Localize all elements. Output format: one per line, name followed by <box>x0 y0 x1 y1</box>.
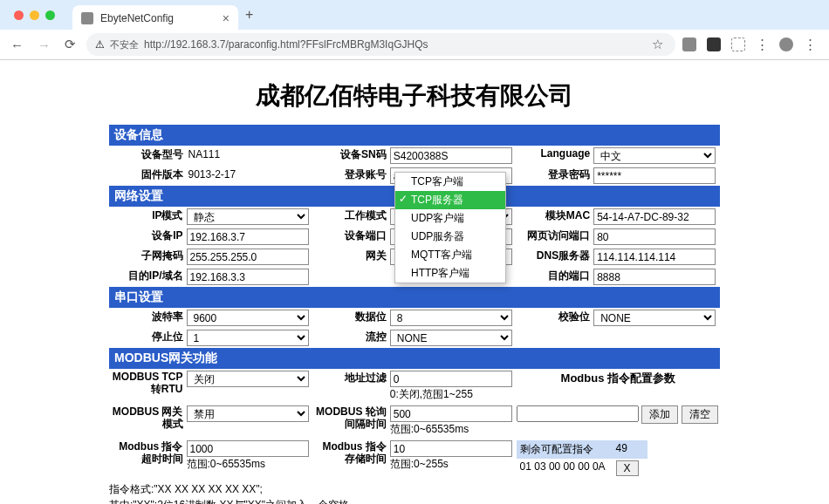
address-bar: ← → ⟳ ⚠ 不安全 http://192.168.3.7/paraconfi… <box>0 30 829 59</box>
delete-cmd-button[interactable]: X <box>616 460 639 476</box>
select-stop-bits[interactable]: 1 <box>187 330 309 346</box>
label-web-port: 网页访问端口 <box>517 227 594 247</box>
clear-button[interactable]: 清空 <box>682 405 718 424</box>
input-login-pwd[interactable] <box>593 167 716 184</box>
close-window-icon[interactable] <box>14 10 24 20</box>
label-ip-mode: IP模式 <box>109 207 187 227</box>
extension-icon[interactable] <box>707 37 721 51</box>
input-target-port[interactable] <box>593 269 716 285</box>
label-modbus-tcp-rtu: MODBUS TCP转RTU <box>109 369 187 404</box>
label-login-pwd: 登录密码 <box>517 166 594 186</box>
input-target-ip[interactable] <box>187 269 309 285</box>
extension-icon[interactable] <box>682 37 696 51</box>
label-target-port: 目的端口 <box>517 267 594 287</box>
add-button[interactable]: 添加 <box>641 405 678 424</box>
input-sn[interactable] <box>390 147 512 164</box>
input-modbus-poll[interactable] <box>390 405 512 422</box>
work-mode-dropdown[interactable]: TCP客户端 TCP服务器 UDP客户端 UDP服务器 MQTT客户端 HTTP… <box>394 172 506 283</box>
section-serial: 串口设置 <box>109 287 720 308</box>
label-modbus-store: Modbus 指令存储时间 <box>312 439 390 480</box>
select-language[interactable]: 中文 <box>593 147 716 164</box>
select-modbus-gw-mode[interactable]: 禁用 <box>187 405 309 422</box>
label-language: Language <box>517 146 594 166</box>
company-title: 成都亿佰特电子科技有限公司 <box>0 79 829 112</box>
menu-icon[interactable]: ⋮ <box>756 37 769 52</box>
input-device-ip[interactable] <box>187 228 309 245</box>
select-flow[interactable]: NONE <box>390 330 512 346</box>
label-login-acct: 登录账号 <box>312 166 390 186</box>
label-dns: DNS服务器 <box>517 247 594 267</box>
extension-icons: ⋮ ⋮ <box>682 37 822 52</box>
label-flow: 流控 <box>312 328 390 348</box>
dropdown-option[interactable]: MQTT客户端 <box>395 246 505 264</box>
new-tab-button[interactable]: + <box>245 7 253 23</box>
label-baud: 波特率 <box>109 308 187 328</box>
input-modbus-store[interactable] <box>390 440 512 457</box>
label-fw: 固件版本 <box>109 166 187 186</box>
label-sn: 设备SN码 <box>312 146 390 166</box>
input-modbus-timeout[interactable] <box>187 440 309 457</box>
select-data-bits[interactable]: 8 <box>390 310 512 326</box>
input-dns[interactable] <box>593 249 716 265</box>
label-work-mode: 工作模式 <box>312 207 390 227</box>
profile-avatar-icon[interactable] <box>779 37 793 51</box>
dropdown-option[interactable]: UDP客户端 <box>395 209 505 228</box>
input-modbus-cmd[interactable] <box>517 405 639 422</box>
input-subnet[interactable] <box>187 249 309 265</box>
hint-modbus-store: 范围:0~255s <box>390 458 449 470</box>
insecure-label: 不安全 <box>110 38 139 51</box>
tab-favicon-icon <box>81 12 93 24</box>
label-gateway: 网关 <box>312 247 390 267</box>
label-target-ip: 目的IP/域名 <box>109 267 187 287</box>
note-line: 指令格式:"XX XX XX XX XX XX"; <box>109 481 720 497</box>
label-model: 设备型号 <box>109 146 187 166</box>
back-button[interactable]: ← <box>7 34 27 56</box>
bookmark-icon[interactable]: ☆ <box>652 37 663 52</box>
input-addr-filter[interactable] <box>390 371 512 387</box>
reload-button[interactable]: ⟳ <box>61 33 79 56</box>
insecure-icon: ⚠ <box>95 38 105 51</box>
browser-chrome: EbyteNetConfig × + ← → ⟳ ⚠ 不安全 http://19… <box>0 0 829 60</box>
overflow-menu-icon[interactable]: ⋮ <box>804 37 817 52</box>
tab-close-icon[interactable]: × <box>223 11 230 25</box>
url-box[interactable]: ⚠ 不安全 http://192.168.3.7/paraconfig.html… <box>86 33 675 56</box>
select-ip-mode[interactable]: 静态 <box>187 208 309 225</box>
label-parity: 校验位 <box>517 308 594 328</box>
notes-block: 指令格式:"XX XX XX XX XX XX"; 其中:"XX":2位16进制… <box>109 480 720 504</box>
select-modbus-tcp-rtu[interactable]: 关闭 <box>187 371 309 387</box>
value-model: NA111 <box>187 148 221 160</box>
browser-tab[interactable]: EbyteNetConfig × <box>72 5 238 31</box>
input-mac[interactable] <box>593 208 716 225</box>
label-device-ip: 设备IP <box>109 227 187 247</box>
label-modbus-gw-mode: MODBUS 网关模式 <box>109 404 187 439</box>
select-baud[interactable]: 9600 <box>187 310 309 326</box>
input-web-port[interactable] <box>593 228 716 245</box>
select-parity[interactable]: NONE <box>593 310 716 326</box>
hint-modbus-poll: 范围:0~65535ms <box>390 423 469 435</box>
label-addr-filter: 地址过滤 <box>312 369 390 404</box>
label-remaining-cmds: 剩余可配置指令 <box>517 440 613 459</box>
forward-button[interactable]: → <box>34 34 54 56</box>
cmd-table: 剩余可配置指令 49 01 03 00 00 00 0A X <box>517 440 647 478</box>
label-modbus-poll: MODBUS 轮询间隔时间 <box>312 404 390 439</box>
label-modbus-timeout: Modbus 指令超时时间 <box>109 439 187 480</box>
label-mac: 模块MAC <box>517 207 594 227</box>
dropdown-option[interactable]: TCP客户端 <box>395 173 505 191</box>
extension-icon[interactable] <box>731 37 745 51</box>
dropdown-option[interactable]: HTTP客户端 <box>395 264 505 283</box>
maximize-window-icon[interactable] <box>45 10 55 20</box>
label-data-bits: 数据位 <box>312 308 390 328</box>
cmd-table-header: 剩余可配置指令 49 <box>517 440 647 459</box>
url-text: http://192.168.3.7/paraconfig.html?FFslF… <box>144 38 428 51</box>
tab-bar: EbyteNetConfig × + <box>0 0 829 30</box>
value-remaining-count: 49 <box>613 440 647 459</box>
dropdown-option[interactable]: UDP服务器 <box>395 228 505 246</box>
label-subnet: 子网掩码 <box>109 247 187 267</box>
tab-title: EbyteNetConfig <box>100 12 223 24</box>
section-device-info: 设备信息 <box>109 125 720 146</box>
label-stop-bits: 停止位 <box>109 328 187 348</box>
dropdown-option[interactable]: TCP服务器 <box>395 191 505 209</box>
minimize-window-icon[interactable] <box>30 10 39 20</box>
window-controls <box>7 10 62 20</box>
hint-modbus-timeout: 范围:0~65535ms <box>187 458 265 470</box>
